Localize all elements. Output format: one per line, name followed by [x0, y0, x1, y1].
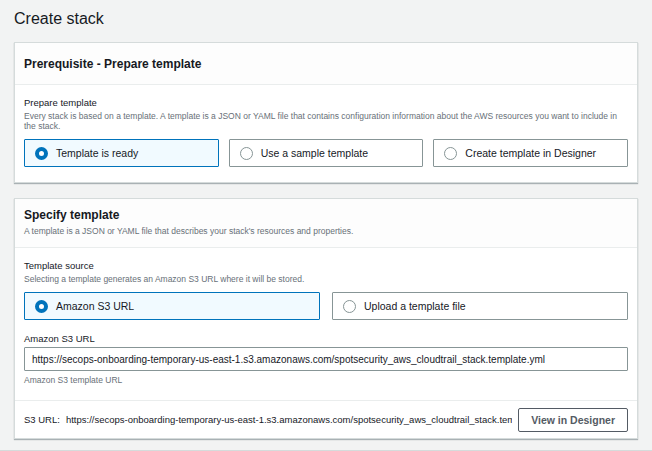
- amazon-s3-url-label: Amazon S3 URL: [24, 333, 628, 344]
- s3-url-summary-value: https://secops-onboarding-temporary-us-e…: [66, 414, 512, 425]
- create-stack-page: Create stack Prerequisite - Prepare temp…: [0, 0, 652, 451]
- radio-tile-use-sample-template[interactable]: Use a sample template: [229, 139, 424, 167]
- s3-url-summary-label: S3 URL:: [24, 414, 60, 425]
- specify-template-card-footer: S3 URL:https://secops-onboarding-tempora…: [15, 400, 637, 438]
- radio-tile-label: Amazon S3 URL: [56, 300, 134, 312]
- amazon-s3-url-helper: Amazon S3 template URL: [24, 375, 628, 385]
- radio-tile-label: Create template in Designer: [465, 147, 596, 159]
- prepare-template-options: Template is ready Use a sample template …: [24, 139, 628, 167]
- radio-unselected-icon: [444, 147, 457, 160]
- radio-tile-label: Template is ready: [56, 147, 138, 159]
- prerequisite-card: Prerequisite - Prepare template Prepare …: [14, 42, 638, 183]
- template-source-description: Selecting a template generates an Amazon…: [24, 274, 628, 284]
- specify-template-card-title: Specify template: [24, 208, 628, 222]
- radio-unselected-icon: [343, 300, 356, 313]
- prerequisite-card-body: Prepare template Every stack is based on…: [15, 85, 637, 182]
- radio-tile-amazon-s3-url[interactable]: Amazon S3 URL: [24, 292, 320, 320]
- radio-tile-upload-template-file[interactable]: Upload a template file: [332, 292, 628, 320]
- prerequisite-card-header: Prerequisite - Prepare template: [15, 43, 637, 85]
- prepare-template-label: Prepare template: [24, 97, 628, 108]
- radio-selected-icon: [35, 147, 48, 160]
- radio-selected-icon: [35, 300, 48, 313]
- specify-template-card: Specify template A template is a JSON or…: [14, 198, 638, 439]
- page-title: Create stack: [14, 10, 638, 28]
- view-in-designer-button[interactable]: View in Designer: [518, 408, 628, 432]
- specify-template-card-description: A template is a JSON or YAML file that d…: [24, 226, 628, 236]
- radio-tile-label: Use a sample template: [261, 147, 368, 159]
- amazon-s3-url-input[interactable]: [24, 347, 628, 371]
- specify-template-card-body: Template source Selecting a template gen…: [15, 248, 637, 400]
- prepare-template-description: Every stack is based on a template. A te…: [24, 111, 628, 131]
- radio-tile-label: Upload a template file: [364, 300, 466, 312]
- radio-tile-template-is-ready[interactable]: Template is ready: [24, 139, 219, 167]
- radio-tile-create-template-in-designer[interactable]: Create template in Designer: [433, 139, 628, 167]
- prerequisite-card-title: Prerequisite - Prepare template: [24, 57, 628, 71]
- specify-template-card-header: Specify template A template is a JSON or…: [15, 199, 637, 248]
- radio-unselected-icon: [240, 147, 253, 160]
- template-source-label: Template source: [24, 260, 628, 271]
- template-source-options: Amazon S3 URL Upload a template file: [24, 292, 628, 320]
- s3-url-summary: S3 URL:https://secops-onboarding-tempora…: [24, 414, 512, 425]
